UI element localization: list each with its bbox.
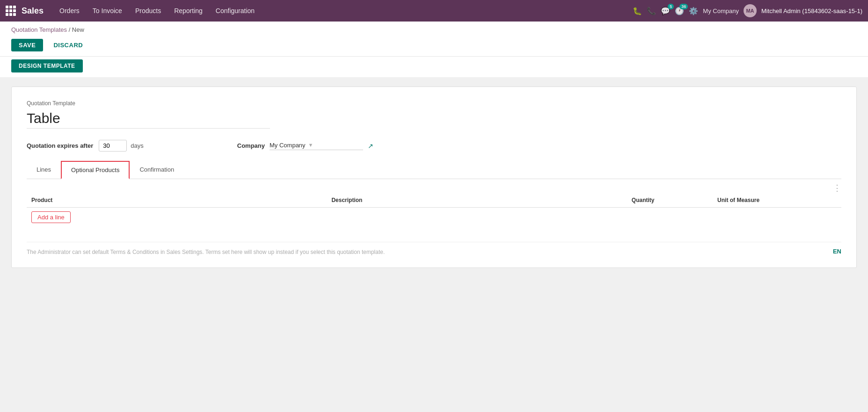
- top-menu: Orders To Invoice Products Reporting Con…: [53, 0, 631, 22]
- bug-icon[interactable]: 🐛: [633, 7, 642, 15]
- topnav-right: 🐛 📞 💬 5 🕐 36 ⚙️ My Company MA Mitchell A…: [633, 4, 862, 17]
- form-fields-row: Quotation expires after days Company My …: [27, 140, 841, 152]
- company-select-value: My Company: [270, 142, 306, 149]
- col-product: Product: [27, 193, 327, 208]
- company-select[interactable]: My Company ▼: [270, 142, 363, 150]
- col-description: Description: [327, 193, 627, 208]
- external-link-icon[interactable]: ↗: [368, 142, 373, 150]
- app-grid-icon[interactable]: [6, 6, 16, 16]
- expires-unit: days: [131, 142, 143, 149]
- product-table: Product Description Quantity Unit of Mea…: [27, 193, 841, 208]
- top-navigation: Sales Orders To Invoice Products Reporti…: [0, 0, 868, 22]
- tab-confirmation[interactable]: Confirmation: [130, 161, 184, 179]
- updates-icon[interactable]: 🕐 36: [675, 7, 684, 15]
- breadcrumb-separator: /: [69, 26, 72, 33]
- form-footer: The Administrator can set default Terms …: [27, 242, 841, 256]
- chevron-down-icon: ▼: [308, 142, 314, 148]
- form-card: Quotation Template Quotation expires aft…: [11, 87, 857, 268]
- menu-orders[interactable]: Orders: [53, 0, 86, 22]
- discard-button[interactable]: DISCARD: [48, 39, 88, 51]
- tabs-row: Lines Optional Products Confirmation: [27, 161, 841, 179]
- user-name: Mitchell Admin (15843602-saas-15-1): [761, 7, 862, 14]
- chat-badge: 5: [668, 4, 674, 9]
- main-content: Quotation Template Quotation expires aft…: [0, 77, 868, 277]
- expires-section: Quotation expires after days: [27, 140, 144, 152]
- add-line-button[interactable]: Add a line: [31, 211, 71, 223]
- breadcrumb-parent[interactable]: Quotation Templates: [11, 26, 67, 33]
- template-name-input[interactable]: [27, 108, 270, 129]
- col-quantity: Quantity: [627, 193, 713, 208]
- design-bar: DESIGN TEMPLATE: [0, 57, 868, 77]
- brand-label: Sales: [22, 6, 44, 16]
- table-more-icon[interactable]: ⋮: [833, 183, 841, 193]
- menu-reporting[interactable]: Reporting: [168, 0, 209, 22]
- user-avatar[interactable]: MA: [744, 4, 757, 17]
- company-section: Company My Company ▼ ↗: [237, 142, 373, 150]
- col-unit-of-measure: Unit of Measure: [713, 193, 841, 208]
- language-selector[interactable]: EN: [833, 248, 841, 255]
- tab-optional-products[interactable]: Optional Products: [61, 161, 130, 179]
- tab-lines[interactable]: Lines: [27, 161, 61, 179]
- company-label: My Company: [703, 7, 739, 14]
- save-button[interactable]: SAVE: [11, 39, 43, 51]
- expires-input[interactable]: [99, 140, 127, 152]
- updates-badge: 36: [679, 4, 688, 9]
- optional-products-table: ⋮ Product Description Quantity Unit of M…: [27, 179, 841, 227]
- menu-configuration[interactable]: Configuration: [209, 0, 261, 22]
- settings-icon[interactable]: ⚙️: [689, 7, 698, 15]
- action-bar: SAVE DISCARD: [0, 35, 868, 57]
- breadcrumb: Quotation Templates / New: [0, 22, 868, 35]
- template-field-label: Quotation Template: [27, 100, 841, 107]
- phone-icon[interactable]: 📞: [647, 7, 656, 15]
- chat-icon[interactable]: 💬 5: [661, 7, 670, 15]
- breadcrumb-current: New: [72, 26, 84, 33]
- design-template-button[interactable]: DESIGN TEMPLATE: [11, 59, 83, 72]
- menu-to-invoice[interactable]: To Invoice: [86, 0, 129, 22]
- menu-products[interactable]: Products: [129, 0, 168, 22]
- expires-label: Quotation expires after: [27, 142, 93, 149]
- footer-note-text: The Administrator can set default Terms …: [27, 248, 385, 256]
- company-field-label: Company: [237, 142, 265, 149]
